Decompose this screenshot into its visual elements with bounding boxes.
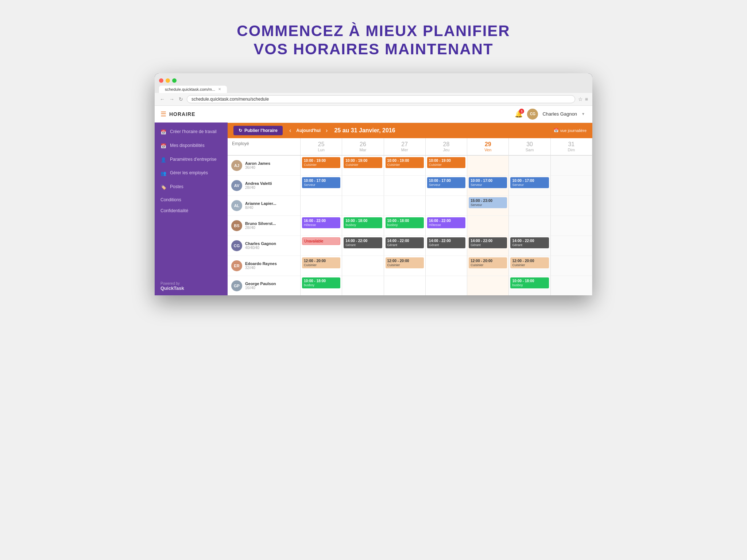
- sidebar-item-manage-employees[interactable]: 👥Gérer les employés: [155, 167, 228, 180]
- shift-block[interactable]: 10:00 - 19:00Cuisinier: [427, 157, 465, 168]
- avatar: ER: [231, 260, 242, 271]
- shift-cell-4-5: 14:00 - 22:00Gérant: [509, 236, 550, 256]
- app-container: ☰ HORAIRE 📅Créer l'horaire de travail📅Me…: [155, 106, 592, 295]
- shift-block[interactable]: 12:00 - 20:00Cuisinier: [510, 257, 549, 269]
- schedule-navigation: ‹ Aujourd'hui ›: [287, 127, 330, 135]
- refresh-button[interactable]: ↻: [178, 96, 184, 102]
- employee-hours: 28//40: [245, 226, 297, 230]
- shift-cell-1-0: 10:00 - 17:00Serveur: [301, 176, 342, 196]
- calendar-icon: 📅: [554, 128, 559, 133]
- shift-block[interactable]: 10:00 - 17:00Serveur: [469, 177, 507, 188]
- sidebar-item-my-availability[interactable]: 📅Mes disponibilités: [155, 139, 228, 153]
- notification-bell[interactable]: 🔔 1: [515, 110, 523, 118]
- employee-info: George Paulson16//40: [245, 281, 297, 290]
- shift-block[interactable]: 10:00 - 18:00busboy: [344, 217, 382, 229]
- shift-cell-1-2: [384, 176, 426, 196]
- employee-column-header: Employé: [228, 138, 301, 156]
- shift-cell-6-5: 10:00 - 18:00busboy: [509, 276, 550, 295]
- sidebar-item-company-params[interactable]: 👤Paramètres d'entreprise: [155, 153, 228, 167]
- manage-employees-icon: 👥: [160, 171, 166, 177]
- shift-block[interactable]: 10:00 - 19:00Cuisinier: [302, 157, 340, 168]
- back-button[interactable]: ←: [159, 96, 166, 102]
- employee-name: Charles Gagnon: [245, 241, 297, 246]
- shift-cell-6-1: [342, 276, 384, 295]
- shift-block[interactable]: Unavailable: [302, 237, 340, 245]
- shift-cell-6-3: [426, 276, 467, 295]
- shift-cell-3-1: 10:00 - 18:00busboy: [342, 216, 384, 236]
- browser-tab[interactable]: schedule.quicktask.com/m... ✕: [159, 86, 227, 93]
- shift-cell-4-4: 14:00 - 22:00Gérant: [467, 236, 509, 256]
- shift-cell-6-6: [551, 276, 592, 295]
- avatar: CG: [231, 240, 242, 251]
- shift-block[interactable]: 12:00 - 20:00Cuisinier: [386, 257, 424, 269]
- employee-hours: 16//40: [245, 286, 297, 290]
- shift-cell-5-4: 12:00 - 20:00Cuisinier: [467, 256, 509, 276]
- shift-cell-0-5: [509, 156, 550, 176]
- menu-icon[interactable]: ≡: [585, 96, 588, 102]
- chevron-down-icon[interactable]: ▼: [581, 112, 585, 116]
- shift-block[interactable]: 12:00 - 20:00Cuisinier: [469, 257, 507, 269]
- shift-block[interactable]: 16:00 - 22:00Hôtesse: [302, 217, 340, 229]
- maximize-button[interactable]: [172, 78, 177, 83]
- shift-cell-0-3: 10:00 - 19:00Cuisinier: [426, 156, 467, 176]
- shift-block[interactable]: 10:00 - 19:00Cuisinier: [386, 157, 424, 168]
- shift-block[interactable]: 10:00 - 18:00busboy: [510, 277, 549, 289]
- employee-name: George Paulson: [245, 281, 297, 286]
- avatar: BS: [231, 220, 242, 231]
- shift-cell-5-3: [426, 256, 467, 276]
- employee-info: Arianne Lapier...8//40: [245, 201, 297, 210]
- vue-journaliere-button[interactable]: 📅 vue journalière: [554, 128, 587, 133]
- forward-button[interactable]: →: [169, 96, 175, 102]
- shift-block[interactable]: 10:00 - 19:00Cuisinier: [344, 157, 382, 168]
- schedule-toolbar: ↻ Publier l'horaire ‹ Aujourd'hui › 25 a…: [228, 123, 592, 138]
- next-week-button[interactable]: ›: [324, 127, 330, 135]
- shift-block[interactable]: 14:00 - 22:00Gérant: [510, 237, 549, 249]
- avatar: AL: [231, 200, 242, 211]
- shift-cell-0-1: 10:00 - 19:00Cuisinier: [342, 156, 384, 176]
- shift-block[interactable]: 14:00 - 22:00Gérant: [344, 237, 382, 249]
- star-icon[interactable]: ☆: [578, 96, 583, 102]
- shift-cell-1-6: [551, 176, 592, 196]
- hero-title: COMMENCEZ À MIEUX PLANIFIER VOS HORAIRES…: [237, 22, 510, 59]
- sidebar-item-confidentialité[interactable]: Confidentialité: [155, 205, 228, 216]
- minimize-button[interactable]: [166, 78, 170, 83]
- sidebar-item-create-schedule[interactable]: 📅Créer l'horaire de travail: [155, 125, 228, 139]
- tab-close-icon[interactable]: ✕: [218, 87, 221, 91]
- shift-block[interactable]: 10:00 - 18:00busboy: [302, 277, 340, 289]
- shift-block[interactable]: 15:00 - 23:00Serveur: [469, 197, 507, 209]
- shift-block[interactable]: 14:00 - 22:00Gérant: [427, 237, 465, 249]
- notification-badge: 1: [519, 109, 524, 114]
- shift-block[interactable]: 16:00 - 22:00Hôtesse: [427, 217, 465, 229]
- shift-cell-0-4: [467, 156, 509, 176]
- shift-block[interactable]: 10:00 - 17:00Serveur: [510, 177, 549, 188]
- today-button[interactable]: Aujourd'hui: [296, 128, 321, 133]
- employee-row-3: BSBruno Silverst...28//40: [228, 216, 301, 236]
- sidebar-item-conditions[interactable]: Conditions: [155, 194, 228, 205]
- hamburger-icon[interactable]: ☰: [160, 110, 166, 118]
- shift-cell-2-4: 15:00 - 23:00Serveur: [467, 196, 509, 216]
- shift-block[interactable]: 10:00 - 17:00Serveur: [427, 177, 465, 188]
- manage-employees-label: Gérer les employés: [170, 170, 222, 176]
- employee-row-1: AVAndrea Valetti28//40: [228, 176, 301, 196]
- shift-cell-3-4: [467, 216, 509, 236]
- prev-week-button[interactable]: ‹: [287, 127, 293, 135]
- employee-row-2: ALArianne Lapier...8//40: [228, 196, 301, 216]
- publish-button[interactable]: ↻ Publier l'horaire: [233, 126, 283, 135]
- shift-block[interactable]: 14:00 - 22:00Gérant: [386, 237, 424, 249]
- url-input[interactable]: schedule.quicktask.com/menu/schedule: [187, 95, 575, 103]
- shift-block[interactable]: 10:00 - 18:00busboy: [386, 217, 424, 229]
- shift-block[interactable]: 14:00 - 22:00Gérant: [469, 237, 507, 249]
- shift-cell-2-6: [551, 196, 592, 216]
- shift-cell-5-1: [342, 256, 384, 276]
- employee-hours: 40/40/40: [245, 246, 297, 250]
- powered-by-label: Powered by: [160, 281, 222, 285]
- close-button[interactable]: [159, 78, 163, 83]
- sidebar-item-postes[interactable]: 🏷️Postes: [155, 180, 228, 194]
- shift-cell-6-0: 10:00 - 18:00busboy: [301, 276, 342, 295]
- shift-block[interactable]: 10:00 - 17:00Serveur: [302, 177, 340, 188]
- day-header-dim: 31Dim: [551, 138, 592, 156]
- app-topbar: 🔔 1 CG Charles Gagnon ▼: [228, 106, 592, 123]
- shift-cell-2-1: [342, 196, 384, 216]
- shift-block[interactable]: 12:00 - 20:00Cuisinier: [302, 257, 340, 269]
- employee-row-6: GPGeorge Paulson16//40: [228, 276, 301, 295]
